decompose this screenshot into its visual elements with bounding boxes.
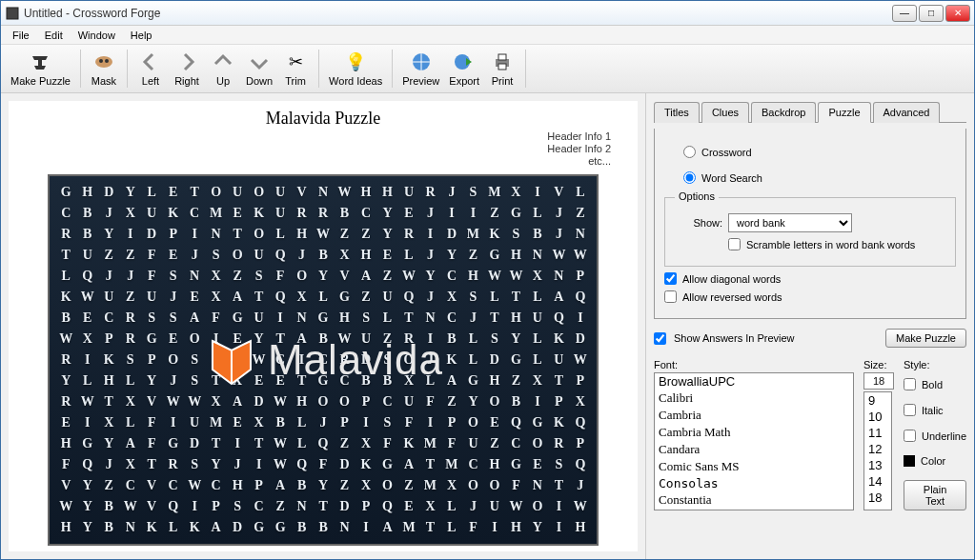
- tool-preview[interactable]: Preview: [398, 49, 443, 89]
- tabs: TitlesCluesBackdropPuzzleAdvanced: [654, 101, 966, 123]
- font-option[interactable]: Comic Sans MS: [655, 458, 853, 475]
- tab-backdrop[interactable]: Backdrop: [751, 102, 816, 123]
- grid-cell: X: [119, 203, 140, 224]
- grid-cell: L: [162, 517, 183, 538]
- size-col: Size: 91011121314182436: [863, 359, 894, 510]
- tab-advanced[interactable]: Advanced: [873, 102, 941, 123]
- grid-cell: I: [527, 391, 548, 412]
- grid-cell: B: [376, 370, 397, 391]
- grid-row: GHDYLETOUOUVNWHHURJSMXIVL: [55, 182, 591, 203]
- tab-puzzle[interactable]: Puzzle: [818, 102, 870, 123]
- tool-mask[interactable]: Mask: [87, 49, 121, 89]
- font-option[interactable]: Calibri: [655, 390, 853, 407]
- toolbar-separator: [80, 50, 81, 88]
- tool-trim[interactable]: ✂Trim: [278, 49, 313, 89]
- tool-left[interactable]: Left: [133, 49, 168, 89]
- menu-file[interactable]: File: [5, 28, 37, 43]
- menu-help[interactable]: Help: [123, 28, 160, 43]
- grid-cell: H: [355, 182, 376, 203]
- plain-text-button[interactable]: Plain Text: [904, 480, 966, 510]
- tool-print[interactable]: Print: [485, 49, 519, 89]
- size-option[interactable]: 10: [864, 409, 891, 425]
- tool-down[interactable]: Down: [242, 49, 276, 89]
- bold-checkbox[interactable]: [904, 378, 916, 390]
- grid-cell: L: [55, 266, 76, 287]
- font-option[interactable]: Cambria: [655, 407, 853, 424]
- size-option[interactable]: 13: [864, 457, 891, 473]
- tool-export[interactable]: Export: [445, 49, 483, 89]
- grid-cell: X: [527, 370, 548, 391]
- grid-cell: F: [462, 517, 483, 538]
- size-option[interactable]: 12: [864, 441, 891, 457]
- font-option[interactable]: Candara: [655, 441, 853, 458]
- grid-cell: W: [55, 496, 76, 517]
- grid-cell: W: [505, 496, 526, 517]
- grid-cell: K: [548, 412, 569, 433]
- size-option[interactable]: 24: [864, 506, 891, 510]
- tool-word-ideas[interactable]: 💡Word Ideas: [325, 49, 386, 89]
- size-list[interactable]: 91011121314182436: [863, 391, 892, 510]
- grid-cell: V: [141, 496, 162, 517]
- grid-cell: Z: [355, 224, 376, 245]
- radio-wordsearch[interactable]: [683, 171, 696, 184]
- show-select[interactable]: word bank: [728, 213, 852, 232]
- grid-cell: O: [527, 433, 548, 454]
- grid-cell: W: [76, 391, 97, 412]
- grid-cell: Z: [98, 245, 119, 266]
- show-label: Show:: [675, 217, 722, 229]
- show-answers-checkbox[interactable]: [654, 332, 666, 345]
- font-option[interactable]: BrowalliaUPC: [655, 373, 853, 390]
- diagonal-checkbox[interactable]: [664, 272, 677, 285]
- make-puzzle-button[interactable]: Make Puzzle: [885, 329, 966, 348]
- grid-cell: P: [570, 433, 591, 454]
- grid-cell: H: [484, 370, 505, 391]
- grid-cell: J: [227, 454, 248, 475]
- size-option[interactable]: 14: [864, 473, 891, 490]
- grid-cell: X: [419, 496, 440, 517]
- font-option[interactable]: Consolas: [655, 475, 853, 491]
- grid-cell: R: [334, 350, 355, 370]
- grid-cell: H: [55, 433, 76, 454]
- grid-cell: S: [184, 370, 205, 391]
- size-option[interactable]: 11: [864, 425, 891, 441]
- grid-cell: H: [98, 370, 119, 391]
- scramble-checkbox[interactable]: [728, 238, 741, 250]
- tool-make-puzzle[interactable]: Make Puzzle: [7, 49, 74, 89]
- toolbar-separator: [392, 50, 393, 88]
- underline-checkbox[interactable]: [904, 430, 916, 442]
- grid-cell: F: [313, 454, 334, 475]
- grid-cell: L: [527, 203, 548, 224]
- bold-label: Bold: [922, 379, 943, 390]
- left-icon: [139, 50, 162, 73]
- tab-titles[interactable]: Titles: [654, 102, 700, 123]
- grid-cell: P: [162, 224, 183, 245]
- maximize-button[interactable]: □: [919, 5, 944, 22]
- font-section: Font: BrowalliaUPCCalibriCambriaCambria …: [654, 359, 966, 510]
- size-option[interactable]: 18: [864, 490, 891, 506]
- grid-cell: I: [184, 224, 205, 245]
- menu-window[interactable]: Window: [71, 28, 123, 43]
- minimize-button[interactable]: —: [892, 5, 917, 22]
- font-option[interactable]: Cambria Math: [655, 424, 853, 441]
- main-area: Malavida Puzzle Header Info 1Header Info…: [1, 93, 974, 559]
- close-button[interactable]: ✕: [945, 5, 970, 22]
- size-input[interactable]: [863, 372, 894, 390]
- tab-clues[interactable]: Clues: [701, 102, 749, 123]
- italic-checkbox[interactable]: [904, 404, 916, 416]
- grid-cell: Z: [98, 475, 119, 496]
- menu-edit[interactable]: Edit: [37, 28, 71, 43]
- font-option[interactable]: Constantia: [655, 491, 853, 509]
- grid-cell: G: [376, 454, 397, 475]
- grid-cell: W: [270, 433, 291, 454]
- radio-crossword[interactable]: [683, 146, 696, 158]
- grid-cell: T: [505, 287, 526, 308]
- tool-up[interactable]: Up: [206, 49, 240, 89]
- font-list[interactable]: BrowalliaUPCCalibriCambriaCambria MathCa…: [654, 372, 854, 510]
- tab-panel: Crossword Word Search Options Show: word…: [654, 129, 966, 319]
- tool-right[interactable]: Right: [170, 49, 204, 89]
- font-option[interactable]: Corbel: [655, 509, 853, 510]
- color-swatch[interactable]: [904, 455, 915, 467]
- grid-cell: Q: [548, 308, 569, 329]
- size-option[interactable]: 9: [864, 392, 891, 409]
- reversed-checkbox[interactable]: [664, 290, 677, 303]
